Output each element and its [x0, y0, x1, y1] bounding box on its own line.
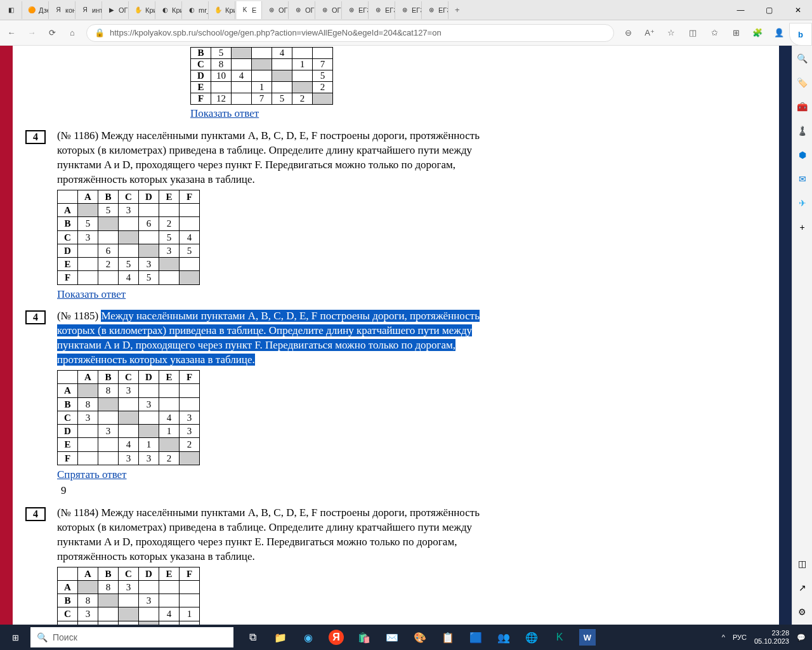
browser-tab[interactable]: ⊛ЕГЭ-: [370, 1, 395, 19]
question-number: 4: [25, 507, 46, 521]
tab-favicon: ◐: [187, 6, 196, 15]
tab-favicon: K: [240, 6, 249, 15]
tab-favicon: Я: [81, 6, 89, 15]
extensions-icon[interactable]: 🧩: [751, 27, 764, 39]
url-input[interactable]: 🔒 https://kpolyakov.spb.ru/school/oge/ge…: [86, 24, 614, 42]
right-border: [779, 46, 792, 625]
explorer-icon[interactable]: 📁: [266, 625, 294, 650]
new-tab-button[interactable]: +: [450, 5, 465, 15]
kaspersky-icon[interactable]: K: [546, 625, 573, 650]
app2-icon[interactable]: 🟦: [462, 625, 490, 650]
language-indicator[interactable]: РУС: [733, 633, 747, 641]
browser-tab[interactable]: Яинте: [77, 1, 102, 19]
favorite-icon[interactable]: ☆: [665, 27, 678, 39]
question-number: 4: [25, 310, 46, 324]
tab-favicon: ✋: [134, 6, 143, 15]
tools-icon[interactable]: 🧰: [796, 100, 809, 113]
games-icon[interactable]: ♟️: [796, 124, 809, 137]
minimize-button[interactable]: ―: [726, 0, 755, 20]
tray-chevron-icon[interactable]: ^: [722, 633, 725, 641]
chrome-icon[interactable]: 🌐: [518, 625, 546, 650]
taskbar-search[interactable]: 🔍 Поиск: [30, 627, 233, 647]
window-titlebar: ◧🟠ДзенЯконтЯинте▶ОГЭ✋Крит◐Крит◐mr_c✋Крит…: [0, 0, 812, 20]
taskbar: ⊞ 🔍 Поиск ⧉ 📁 ◉ Я 🛍️ ✉️ 🎨 📋 🟦 👥 🌐 K W ^ …: [0, 625, 812, 650]
browser-tab[interactable]: ◐mr_c: [183, 1, 209, 19]
browser-tab[interactable]: ✋Крит: [210, 1, 235, 19]
panel-icon[interactable]: ◫: [796, 557, 809, 570]
tab-favicon: ⊛: [267, 6, 276, 15]
forward-button: →: [25, 27, 38, 39]
collections-icon[interactable]: ⊞: [730, 27, 742, 39]
table-1186: ABCDEFA53B562C354D635E253F45: [57, 190, 200, 285]
browser-tab[interactable]: 🟠Дзен: [23, 1, 49, 19]
clock[interactable]: 23:28 05.10.2023: [754, 629, 789, 646]
show-answer-link[interactable]: Показать ответ: [57, 288, 126, 302]
show-answer-link[interactable]: Показать ответ: [190, 107, 259, 120]
favorites-icon[interactable]: ✩: [708, 27, 721, 39]
tab-favicon: ⊛: [320, 6, 329, 15]
tab-favicon: ⊛: [294, 6, 303, 15]
taskview-icon[interactable]: ⧉: [239, 625, 266, 650]
maximize-button[interactable]: ▢: [755, 0, 783, 20]
word-icon[interactable]: W: [579, 629, 596, 646]
tab-favicon: ▶: [107, 6, 116, 15]
telegram-icon[interactable]: ✈: [796, 197, 809, 209]
table-top: B54C817D1045E12F12752: [190, 47, 333, 105]
tab-favicon: ◧: [6, 6, 15, 15]
back-button[interactable]: ←: [5, 27, 18, 39]
store-icon[interactable]: 🛍️: [350, 625, 378, 650]
office-icon[interactable]: ⬢: [796, 149, 809, 161]
share-icon[interactable]: ↗: [796, 581, 809, 594]
page-content: B54C817D1045E12F12752 Показать ответ 4 (…: [13, 46, 779, 625]
read-aloud-icon[interactable]: A⁺: [643, 27, 656, 39]
browser-tab[interactable]: Яконт: [50, 1, 75, 19]
yandex-icon[interactable]: Я: [329, 630, 344, 645]
browser-tab[interactable]: ⊛ОГЭ-: [263, 1, 289, 19]
browser-tab[interactable]: ▶ОГЭ: [103, 1, 129, 19]
paint-icon[interactable]: 🎨: [406, 625, 434, 650]
browser-tab[interactable]: ⊛ЕГЭ-: [396, 1, 422, 19]
refresh-button[interactable]: ⟳: [46, 27, 58, 39]
tab-favicon: ✋: [214, 6, 223, 15]
start-button[interactable]: ⊞: [0, 625, 30, 650]
question-text: (№ 1185) Между населёнными пунктами A, B…: [57, 309, 514, 368]
url-text: https://kpolyakov.spb.ru/school/oge/gen.…: [110, 28, 606, 37]
split-icon[interactable]: ◫: [686, 27, 699, 39]
browser-tab[interactable]: ◐Крит: [157, 1, 182, 19]
address-bar: ← → ⟳ ⌂ 🔒 https://kpolyakov.spb.ru/schoo…: [0, 20, 812, 46]
home-button[interactable]: ⌂: [66, 27, 79, 39]
browser-tab[interactable]: ✋Крит: [130, 1, 155, 19]
settings-icon[interactable]: ⚙: [796, 606, 809, 618]
browser-tab[interactable]: ◧: [3, 1, 22, 19]
tab-favicon: ⊛: [347, 6, 356, 15]
outlook-icon[interactable]: ✉: [796, 173, 809, 185]
browser-tab[interactable]: ⊛ЕГЭ-: [343, 1, 369, 19]
browser-tab[interactable]: ⊛ОГЭ-: [317, 1, 342, 19]
browser-tab[interactable]: ⊛ЕГЭ-: [423, 1, 449, 19]
tab-favicon: ⊛: [427, 6, 436, 15]
left-border: [0, 46, 13, 625]
question-text: (№ 1186) Между населёнными пунктами A, B…: [57, 129, 514, 187]
edge-icon[interactable]: ◉: [294, 625, 322, 650]
teams-icon[interactable]: 👥: [490, 625, 518, 650]
browser-tab[interactable]: KЕ×: [237, 1, 262, 19]
table-1184: ABCDEFA83B83C341D313E412F132: [57, 567, 200, 625]
browser-tab[interactable]: ⊛ОГЭ-: [290, 1, 315, 19]
hide-answer-link[interactable]: Спрятать ответ: [57, 468, 127, 482]
mail-icon[interactable]: ✉️: [378, 625, 406, 650]
tab-favicon: 🟠: [27, 6, 36, 15]
shopping-icon[interactable]: 🏷️: [796, 76, 809, 89]
lock-icon: 🔒: [95, 28, 105, 37]
profile-icon[interactable]: 👤: [773, 27, 785, 39]
search-icon: 🔍: [37, 632, 48, 642]
tab-favicon: Я: [54, 6, 63, 15]
table-1185: ABCDEFA83B83C343D313E412F332: [57, 370, 200, 465]
app-icon[interactable]: 📋: [434, 625, 462, 650]
edge-sidebar: 🔍 🏷️ 🧰 ♟️ ⬢ ✉ ✈ + ◫ ↗ ⚙: [792, 46, 812, 625]
zoom-icon[interactable]: ⊖: [622, 27, 634, 39]
search-icon[interactable]: 🔍: [796, 52, 809, 65]
close-button[interactable]: ✕: [783, 0, 812, 20]
bing-button[interactable]: b: [789, 23, 812, 46]
add-icon[interactable]: +: [796, 221, 809, 234]
notifications-icon[interactable]: 💬: [797, 633, 806, 642]
